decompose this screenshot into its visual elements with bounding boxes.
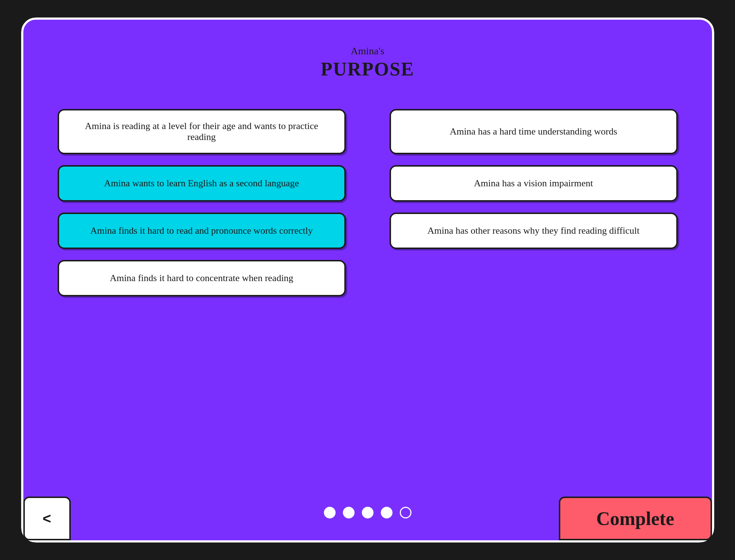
back-button-wrapper: < bbox=[23, 497, 71, 540]
option-card-5[interactable]: Amina finds it hard to read and pronounc… bbox=[58, 213, 346, 249]
options-grid: Amina is reading at a level for their ag… bbox=[58, 109, 678, 296]
header-title: PURPOSE bbox=[321, 58, 414, 80]
content-area: Amina is reading at a level for their ag… bbox=[45, 102, 690, 526]
option-card-6[interactable]: Amina has other reasons why they find re… bbox=[390, 213, 678, 249]
pagination-dot-1[interactable] bbox=[324, 507, 336, 518]
option-card-2[interactable]: Amina has a hard time understanding word… bbox=[390, 109, 678, 154]
complete-button-wrapper: Complete bbox=[559, 497, 712, 540]
pagination-dot-4[interactable] bbox=[381, 507, 392, 518]
pagination-dot-2[interactable] bbox=[343, 507, 355, 518]
option-card-3[interactable]: Amina wants to learn English as a second… bbox=[58, 165, 346, 202]
option-card-1[interactable]: Amina is reading at a level for their ag… bbox=[58, 109, 346, 154]
complete-button[interactable]: Complete bbox=[559, 497, 712, 540]
header-subtitle: Amina's bbox=[321, 45, 414, 57]
pagination bbox=[324, 507, 411, 518]
pagination-dot-5[interactable] bbox=[400, 507, 411, 518]
back-button[interactable]: < bbox=[23, 497, 71, 540]
option-card-4[interactable]: Amina has a vision impairment bbox=[390, 165, 678, 202]
option-card-7[interactable]: Amina finds it hard to concentrate when … bbox=[58, 260, 346, 296]
header: Amina's PURPOSE bbox=[321, 45, 414, 80]
pagination-dot-3[interactable] bbox=[362, 507, 374, 518]
app-container: Amina's PURPOSE Amina is reading at a le… bbox=[21, 18, 714, 542]
